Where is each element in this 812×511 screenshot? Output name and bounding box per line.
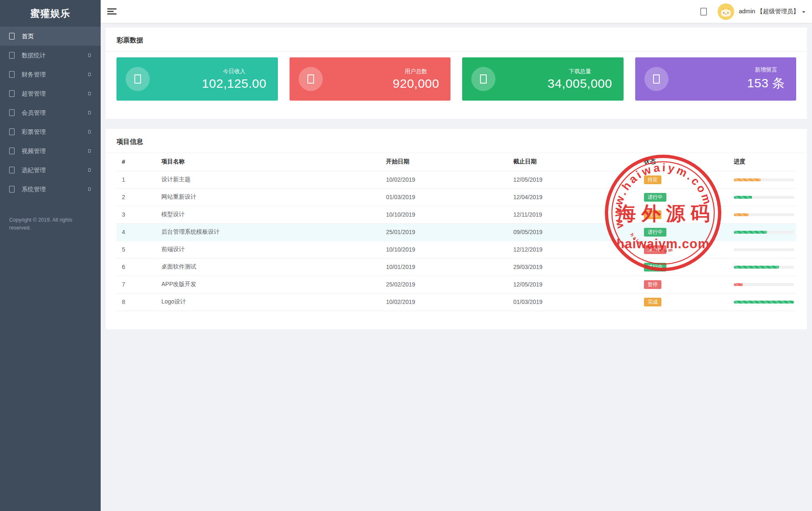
- stat-card-downloads: 下载总量 34,005,000: [462, 57, 624, 101]
- lottery-data-panel: 彩票数据 今日收入 102,125.00 用户总数 920,000: [106, 27, 807, 119]
- sidebar-item-label: 选妃管理: [22, 166, 88, 174]
- sidebar-item-label: 系统管理: [22, 185, 88, 193]
- col-progress: 进度: [730, 153, 796, 171]
- status-badge: 进行中: [644, 263, 666, 272]
- sidebar-item-system[interactable]: 系统管理: [0, 180, 101, 199]
- stat-value: 920,000: [393, 77, 439, 91]
- sidebar-item-lottery[interactable]: 彩票管理: [0, 122, 101, 141]
- system-icon: [9, 186, 15, 193]
- sidebar-item-label: 彩票管理: [22, 128, 88, 136]
- money-icon: [126, 67, 150, 91]
- sidebar-item-label: 首页: [22, 32, 91, 40]
- sidebar-item-label: 数据统计: [22, 52, 88, 59]
- progress-bar: [734, 283, 794, 286]
- col-start: 开始日期: [383, 153, 510, 171]
- progress-bar: [734, 266, 794, 269]
- sidebar-item-label: 视频管理: [22, 147, 88, 155]
- status-badge: 进行中: [644, 193, 666, 202]
- status-badge: 未开始: [644, 245, 666, 254]
- stat-label: 用户总数: [393, 68, 439, 75]
- fullscreen-icon[interactable]: [701, 8, 707, 15]
- stat-value: 153 条: [747, 75, 785, 92]
- sidebar-item-label: 超管管理: [22, 90, 88, 98]
- xuanfei-icon: [9, 167, 15, 173]
- members-icon: [9, 109, 15, 116]
- col-end: 截止日期: [510, 153, 641, 171]
- sidebar-item-label: 财务管理: [22, 71, 88, 79]
- chevron-icon: [88, 149, 91, 153]
- sidebar: 蜜獾娱乐 首页 数据统计 财务管理 超管管理 会员管理 彩票管理: [0, 0, 101, 511]
- sidebar-item-home[interactable]: 首页: [0, 27, 101, 46]
- users-icon: [299, 67, 323, 91]
- table-row[interactable]: 3 模型设计 10/10/2019 12/11/2019 待定: [116, 206, 796, 223]
- status-badge: 暂停: [644, 280, 661, 289]
- status-badge: 待定: [644, 210, 661, 219]
- table-row[interactable]: 2 网站重新设计 01/03/2019 12/04/2019 进行中: [116, 188, 796, 206]
- sidebar-item-video[interactable]: 视频管理: [0, 141, 101, 160]
- stat-card-messages: 新增留言 153 条: [635, 57, 797, 101]
- copyright-text: Copyright © 2019. All rights reserved.: [0, 216, 83, 232]
- sidebar-item-label: 会员管理: [22, 109, 88, 117]
- progress-bar: [734, 301, 794, 304]
- sidebar-toggle-icon[interactable]: [107, 7, 116, 16]
- table-row[interactable]: 8 Logo设计 10/02/2019 01/03/2019 完成: [116, 293, 796, 311]
- panel-title: 项目信息: [116, 138, 143, 145]
- chevron-icon: [88, 92, 91, 95]
- progress-bar: [734, 178, 794, 181]
- chevron-down-icon: [802, 11, 805, 15]
- table-header-row: # 项目名称 开始日期 截止日期 状态 进度: [116, 153, 796, 171]
- sidebar-nav: 首页 数据统计 财务管理 超管管理 会员管理 彩票管理: [0, 27, 101, 199]
- user-menu[interactable]: admin 【超级管理员】: [739, 7, 799, 15]
- sidebar-item-members[interactable]: 会员管理: [0, 103, 101, 122]
- table-row[interactable]: 5 前端设计 10/10/2019 12/12/2019 未开始: [116, 241, 796, 258]
- download-icon: [471, 67, 495, 91]
- project-info-panel: 项目信息 # 项目名称 开始日期 截止日期 状态 进度 1: [106, 129, 807, 329]
- sidebar-item-superadmin[interactable]: 超管管理: [0, 84, 101, 103]
- progress-bar: [734, 248, 794, 251]
- progress-bar: [734, 196, 794, 199]
- table-row[interactable]: 6 桌面软件测试 10/01/2019 29/03/2019 进行中: [116, 258, 796, 276]
- sidebar-item-data-stats[interactable]: 数据统计: [0, 46, 101, 65]
- top-header: admin 【超级管理员】: [101, 0, 812, 23]
- status-badge: 进行中: [644, 228, 666, 237]
- projects-table: # 项目名称 开始日期 截止日期 状态 进度 1 设计新主题 10/02/201…: [116, 153, 796, 311]
- home-icon: [9, 33, 15, 39]
- col-num: #: [116, 153, 158, 171]
- message-icon: [644, 67, 668, 91]
- stat-card-users: 用户总数 920,000: [290, 57, 451, 101]
- sidebar-item-xuanfei[interactable]: 选妃管理: [0, 160, 101, 180]
- table-row[interactable]: 1 设计新主题 10/02/2019 12/05/2019 待定: [116, 171, 796, 188]
- stat-label: 今日收入: [202, 68, 266, 75]
- stats-icon: [9, 52, 15, 59]
- table-row[interactable]: 7 APP改版开发 25/02/2019 12/05/2019 暂停: [116, 276, 796, 293]
- stat-label: 下载总量: [547, 68, 612, 75]
- chevron-icon: [88, 54, 91, 57]
- admin-icon: [9, 90, 15, 97]
- progress-bar: [734, 213, 794, 216]
- video-icon: [9, 148, 15, 154]
- finance-icon: [9, 71, 15, 78]
- avatar[interactable]: [718, 3, 734, 20]
- progress-bar: [734, 231, 794, 234]
- chevron-icon: [88, 73, 91, 76]
- app-logo: 蜜獾娱乐: [0, 0, 101, 27]
- panel-title: 彩票数据: [116, 37, 143, 44]
- stat-value: 102,125.00: [202, 77, 266, 91]
- status-badge: 待定: [644, 175, 661, 184]
- main-content: 彩票数据 今日收入 102,125.00 用户总数 920,000: [101, 23, 812, 511]
- col-status: 状态: [641, 153, 730, 171]
- table-row[interactable]: 4 后台管理系统模板设计 25/01/2019 09/05/2019 进行中: [116, 223, 796, 241]
- chevron-icon: [88, 188, 91, 191]
- status-badge: 完成: [644, 298, 661, 306]
- chevron-icon: [88, 168, 91, 172]
- lottery-icon: [9, 128, 15, 135]
- chevron-icon: [88, 130, 91, 133]
- stat-label: 新增留言: [747, 66, 785, 74]
- stat-card-income: 今日收入 102,125.00: [116, 57, 278, 101]
- sidebar-item-finance[interactable]: 财务管理: [0, 65, 101, 84]
- stat-value: 34,005,000: [547, 77, 612, 91]
- chevron-icon: [88, 111, 91, 114]
- col-name: 项目名称: [158, 153, 383, 171]
